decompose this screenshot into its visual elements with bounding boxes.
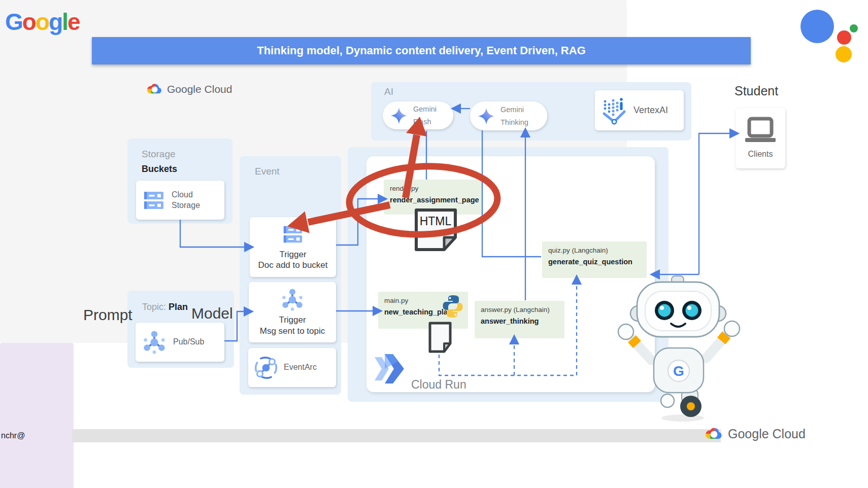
google-cloud-header-label: Google Cloud (167, 83, 232, 95)
buckets-label: Buckets (142, 164, 177, 175)
logo-letter: o (22, 9, 36, 35)
trigger-msg-node: Trigger Msg sent to topic (249, 282, 336, 342)
quiz-py-function: generate_quiz_question (548, 258, 641, 266)
pubsub-icon (280, 288, 305, 311)
google-cloud-header: Google Cloud (146, 82, 232, 96)
vertex-ai-icon (601, 96, 627, 125)
bottom-bar (72, 429, 721, 442)
pubsub-label: Pub/Sub (173, 337, 204, 347)
topic-label: Topic: Plan (142, 302, 188, 312)
slide-canvas: Google Thinking model, Dynamic content d… (0, 0, 868, 488)
gemini-thinking-node: Gemini Thinking (470, 101, 547, 130)
svg-text:G: G (673, 363, 684, 379)
html-document-icon: HTML (412, 207, 459, 253)
answer-py-box: answer.py (Langchain) answer_thinking (475, 301, 564, 338)
topic-value: Plan (169, 302, 188, 312)
gemini-flash-node: Gemini Flash (383, 101, 453, 129)
robot-mascot-illustration: G (607, 273, 749, 423)
google-cloud-footer-label: Google Cloud (728, 427, 806, 441)
pubsub-node: Pub/Sub (136, 323, 224, 362)
render-py-function: render_assignment_page (390, 196, 476, 204)
trigger-doc-node: Trigger Doc add to bucket (250, 217, 336, 277)
trigger-doc-label: Trigger Doc add to bucket (258, 249, 327, 271)
storage-section-label: Storage (142, 149, 176, 160)
vertex-ai-node: VertexAI (595, 90, 684, 130)
clients-label: Clients (748, 149, 773, 160)
gemini-star-icon (477, 107, 495, 125)
logo-letter: e (68, 9, 80, 35)
plan-document-icon (427, 321, 453, 354)
svg-text:HTML: HTML (420, 215, 452, 228)
laptop-icon (743, 117, 778, 145)
gemini-star-icon (390, 107, 408, 125)
prompt-annotation: Prompt (83, 306, 132, 324)
logo-letter: o (36, 9, 49, 35)
logo-letter: g (49, 9, 62, 35)
eventarc-node: EventArc (248, 348, 336, 387)
watermark-text: nchr@ (1, 431, 25, 440)
cloud-storage-icon (142, 190, 165, 211)
google-cloud-icon (705, 426, 723, 441)
render-py-filename: render.py (390, 185, 476, 192)
google-logo: Google (5, 8, 79, 36)
logo-letter: G (5, 9, 22, 35)
gemini-thinking-label: Gemini Thinking (500, 103, 528, 128)
cloud-storage-node: Cloud Storage (136, 181, 224, 220)
google-cloud-icon (146, 82, 162, 96)
logo-letter: l (62, 9, 68, 35)
clients-node: Clients (736, 108, 785, 168)
cloud-storage-icon (282, 224, 304, 245)
student-panel (0, 343, 74, 488)
google-cloud-footer-logo: Google Cloud (705, 426, 806, 441)
eventarc-label: EventArc (284, 362, 317, 373)
vertex-ai-label: VertexAI (633, 104, 668, 116)
trigger-msg-label: Trigger Msg sent to topic (260, 315, 325, 336)
ai-section-label: AI (384, 86, 393, 97)
google-assistant-dots-icon (731, 5, 863, 71)
title-banner: Thinking model, Dynamic content delivery… (92, 37, 751, 64)
eventarc-icon (254, 355, 278, 380)
slide-title: Thinking model, Dynamic content delivery… (257, 44, 586, 57)
cloud-storage-label: Cloud Storage (172, 190, 200, 211)
python-icon (441, 294, 464, 319)
cloud-run-label: Cloud Run (411, 378, 466, 392)
gemini-flash-label: Gemini Flash (413, 103, 437, 128)
student-section-label: Student (735, 84, 778, 98)
quiz-py-filename: quiz.py (Langchain) (548, 247, 641, 254)
answer-py-filename: answer.py (Langchain) (481, 306, 558, 313)
cloud-run-icon (374, 351, 406, 387)
event-section-label: Event (255, 166, 280, 177)
model-annotation: Model (191, 305, 233, 322)
pubsub-icon (142, 330, 167, 355)
answer-py-function: answer_thinking (481, 317, 558, 325)
